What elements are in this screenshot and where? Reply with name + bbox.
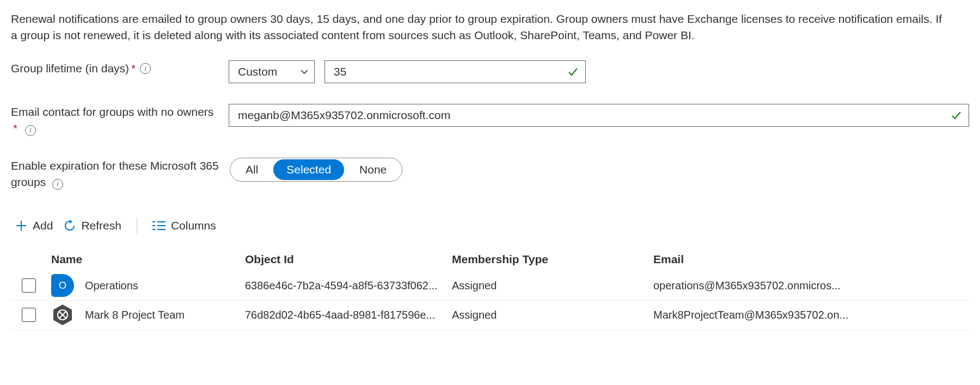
required-asterisk: *	[13, 122, 17, 134]
info-icon[interactable]: i	[52, 179, 63, 190]
col-header-email[interactable]: Email	[653, 253, 969, 266]
groups-table: Name Object Id Membership Type Email O O…	[11, 247, 969, 330]
info-icon[interactable]: i	[140, 63, 151, 74]
check-icon	[950, 109, 962, 121]
col-header-mtype[interactable]: Membership Type	[452, 253, 653, 266]
row-name: Mark 8 Project Team	[85, 309, 185, 321]
toggle-all[interactable]: All	[230, 158, 273, 181]
email-contact-label: Email contact for groups with no owners	[11, 105, 213, 118]
row-email: Mark8ProjectTeam@M365x935702.on...	[653, 309, 969, 321]
email-contact-input[interactable]: meganb@M365x935702.onmicrosoft.com	[229, 104, 969, 127]
col-header-objid[interactable]: Object Id	[245, 253, 452, 266]
group-avatar	[51, 303, 74, 326]
table-row[interactable]: O Operations 6386e46c-7b2a-4594-a8f5-637…	[11, 271, 969, 301]
chevron-down-icon	[300, 67, 309, 76]
group-avatar: O	[51, 274, 74, 297]
lifetime-mode-dropdown[interactable]: Custom	[229, 60, 315, 83]
row-checkbox[interactable]	[22, 308, 36, 322]
plus-icon	[15, 220, 27, 232]
refresh-button[interactable]: Refresh	[64, 219, 121, 232]
expiration-scope-toggle: All Selected None	[230, 158, 402, 182]
required-asterisk: *	[131, 60, 136, 77]
row-email: operations@M365x935702.onmicros...	[653, 280, 969, 292]
intro-text: Renewal notifications are emailed to gro…	[11, 11, 947, 44]
table-row[interactable]: Mark 8 Project Team 76d82d02-4b65-4aad-8…	[11, 301, 969, 330]
row-objid: 76d82d02-4b65-4aad-8981-f817596e...	[245, 309, 452, 321]
toggle-selected[interactable]: Selected	[273, 159, 344, 180]
col-header-name[interactable]: Name	[44, 253, 245, 266]
table-header-row: Name Object Id Membership Type Email	[11, 247, 969, 271]
info-icon[interactable]: i	[25, 125, 36, 136]
lifetime-value: 35	[334, 65, 567, 78]
columns-button[interactable]: Columns	[152, 219, 216, 232]
row-mtype: Assigned	[452, 309, 653, 321]
lifetime-mode-value: Custom	[238, 65, 277, 78]
columns-label: Columns	[171, 219, 216, 232]
toolbar-separator	[137, 218, 137, 233]
check-icon	[567, 66, 579, 78]
row-name: Operations	[85, 280, 138, 292]
enable-expiration-label: Enable expiration for these Microsoft 36…	[11, 159, 219, 188]
columns-icon	[152, 220, 166, 232]
lifetime-value-input[interactable]: 35	[324, 60, 586, 83]
toggle-none[interactable]: None	[344, 158, 402, 181]
add-button[interactable]: Add	[15, 219, 53, 232]
row-checkbox[interactable]	[22, 278, 36, 293]
row-mtype: Assigned	[452, 280, 653, 292]
add-label: Add	[33, 219, 53, 232]
refresh-icon	[64, 220, 76, 232]
email-contact-value: meganb@M365x935702.onmicrosoft.com	[238, 109, 950, 122]
row-objid: 6386e46c-7b2a-4594-a8f5-63733f062...	[245, 280, 452, 292]
refresh-label: Refresh	[81, 219, 121, 232]
group-lifetime-label: Group lifetime (in days)	[11, 60, 129, 77]
